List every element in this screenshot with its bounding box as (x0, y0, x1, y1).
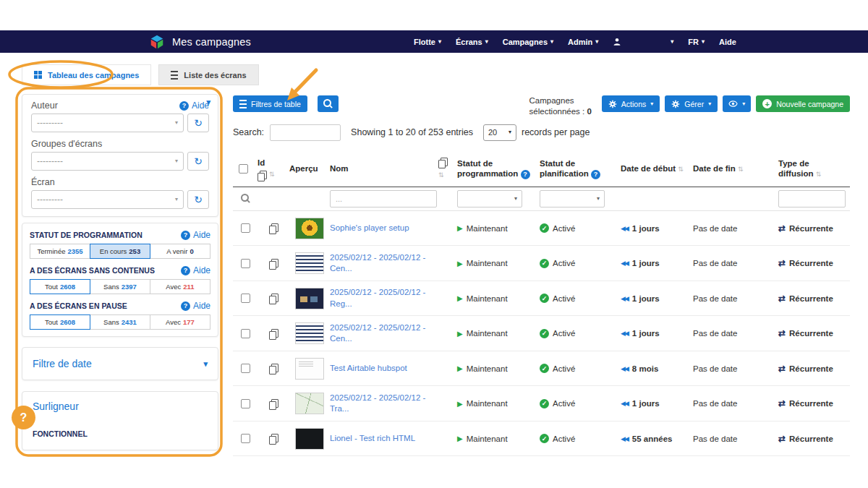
campaign-thumbnail[interactable] (295, 218, 324, 239)
nav-item-flotte[interactable]: Flotte▾ (414, 38, 441, 46)
copy-id-icon[interactable] (269, 294, 278, 303)
campaign-thumbnail[interactable] (295, 322, 324, 344)
author-select[interactable]: ---------▾ (31, 114, 184, 132)
row-checkbox[interactable] (241, 399, 250, 408)
sort-icon: ⇅ (816, 171, 822, 178)
copy-id-icon[interactable] (269, 259, 278, 268)
col-name[interactable]: Nom (330, 163, 438, 174)
copy-id-icon[interactable] (269, 329, 278, 338)
filter-en-cours-button[interactable]: En cours253 (90, 244, 150, 259)
search-label: Search: (233, 127, 264, 137)
nav-item-aide[interactable]: Aide (719, 38, 736, 46)
nav-item-campagnes[interactable]: Campagnes▾ (503, 38, 553, 46)
date-filter-card[interactable]: Filtre de date ▾ (22, 347, 218, 380)
filter-avec-button[interactable]: Avec211 (150, 279, 210, 294)
visibility-button[interactable]: ▾ (723, 95, 751, 112)
page-size-select[interactable]: 20▾ (483, 124, 516, 141)
new-campaign-button[interactable]: + Nouvelle campagne (756, 95, 850, 112)
row-checkbox[interactable] (241, 259, 250, 268)
campaign-name-link[interactable]: Sophie's player setup (330, 223, 438, 234)
search-button[interactable] (318, 95, 339, 112)
user-menu[interactable] (613, 37, 621, 46)
chevron-down-icon[interactable]: ▾ (203, 359, 208, 369)
tab-screens-list[interactable]: Liste des écrans (158, 64, 258, 85)
broadcast-type-filter-input[interactable] (778, 190, 846, 207)
help-icon[interactable]: ? (591, 170, 600, 179)
sort-icon: ⇅ (438, 171, 444, 179)
screens-paused-group: A DES ÉCRANS EN PAUSE ?Aide Tout2608 San… (30, 301, 210, 330)
refresh-button[interactable]: ↻ (187, 190, 209, 209)
help-link[interactable]: ?Aide (181, 230, 210, 240)
table-filter-row: ▾ ▾ (233, 187, 850, 211)
copy-icon[interactable] (438, 158, 447, 167)
rewind-icon: ◀◀ (621, 330, 628, 337)
help-link[interactable]: ?Aide (181, 265, 210, 275)
language-selector[interactable]: FR▾ (688, 38, 705, 46)
copy-id-icon[interactable] (269, 223, 278, 233)
row-checkbox[interactable] (241, 223, 250, 233)
filter-sans-button[interactable]: Sans2397 (90, 279, 150, 294)
help-icon[interactable]: ? (521, 170, 530, 179)
end-date: Pas de date (693, 329, 737, 338)
select-all-checkbox[interactable] (239, 164, 248, 174)
campaign-thumbnail[interactable] (295, 358, 324, 380)
table-filters-button[interactable]: Filtres de table (233, 95, 307, 112)
tab-campaigns-table[interactable]: Tableau des campagnes (22, 64, 151, 85)
nav-item-ecrans[interactable]: Écrans▾ (456, 38, 488, 46)
filter-avec-button[interactable]: Avec177 (150, 314, 210, 330)
start-date: 1 jours (632, 294, 660, 303)
copy-id-icon[interactable] (269, 364, 278, 373)
campaign-name-link[interactable]: 2025/02/12 - 2025/02/12 - Cen... (330, 322, 438, 345)
refresh-button[interactable]: ↻ (187, 152, 209, 171)
help-link[interactable]: ?Aide (181, 301, 210, 311)
copy-icon[interactable] (258, 171, 266, 180)
filter-bars-icon (239, 100, 247, 108)
campaign-thumbnail[interactable] (295, 288, 324, 309)
campaign-name-link[interactable]: Test Airtable hubspot (330, 363, 438, 374)
planning-status-filter-select[interactable]: ▾ (540, 190, 605, 207)
campaign-name-link[interactable]: Lionel - Test rich HTML (330, 433, 438, 445)
row-checkbox[interactable] (241, 434, 250, 443)
screen-select[interactable]: ---------▾ (31, 190, 184, 209)
search-icon (241, 194, 250, 203)
campaign-thumbnail[interactable] (295, 252, 324, 274)
start-date: 1 jours (632, 399, 660, 408)
name-filter-input[interactable] (330, 190, 437, 207)
col-id[interactable]: Id ⇅ (258, 158, 289, 179)
row-checkbox[interactable] (241, 329, 250, 338)
col-start-date[interactable]: Date de début ⇅ (621, 163, 693, 174)
planning-status: Activé (553, 399, 575, 408)
campaign-name-link[interactable]: 2025/02/12 - 2025/02/12 - Cen... (330, 252, 438, 275)
table-search-input[interactable] (270, 124, 341, 141)
help-link[interactable]: ?Aide (179, 100, 209, 111)
refresh-button[interactable]: ↻ (187, 114, 209, 132)
filter-tout-button[interactable]: Tout2608 (30, 279, 90, 294)
collapse-chevron-icon[interactable]: ▾ (206, 98, 210, 107)
copy-id-icon[interactable] (269, 434, 278, 443)
manage-button[interactable]: Gérer▾ (665, 95, 718, 112)
row-checkbox[interactable] (241, 364, 250, 373)
col-name-copy[interactable]: ⇅ (438, 158, 457, 180)
filter-sans-button[interactable]: Sans2431 (90, 314, 150, 330)
screen-groups-select[interactable]: ---------▾ (31, 152, 184, 171)
copy-id-icon[interactable] (269, 399, 278, 408)
programming-status-filter-select[interactable]: ▾ (457, 190, 522, 207)
filter-a-venir-button[interactable]: A venir0 (150, 244, 210, 259)
campaign-thumbnail[interactable] (295, 393, 324, 414)
filter-tout-button[interactable]: Tout2608 (30, 314, 90, 330)
nav-item-admin[interactable]: Admin▾ (568, 38, 598, 46)
campaign-name-link[interactable]: 2025/02/12 - 2025/02/12 - Tra... (330, 393, 438, 415)
col-end-date[interactable]: Date de fin ⇅ (693, 163, 778, 174)
question-icon: ? (181, 301, 190, 311)
chevron-down-icon: ▾ (597, 196, 600, 202)
col-broadcast-type[interactable]: Type de diffusion ⇅ (778, 158, 850, 179)
floating-help-button[interactable]: ? (12, 406, 35, 429)
row-checkbox[interactable] (241, 294, 250, 303)
annotation-arrow (294, 70, 316, 93)
question-icon: ? (181, 266, 190, 275)
user-menu-caret[interactable]: ▾ (671, 39, 673, 45)
campaign-name-link[interactable]: 2025/02/12 - 2025/02/12 - Reg... (330, 287, 438, 309)
campaign-thumbnail[interactable] (295, 428, 324, 450)
filter-terminee-button[interactable]: Terminée2355 (30, 244, 90, 259)
actions-button[interactable]: Actions▾ (602, 95, 660, 112)
